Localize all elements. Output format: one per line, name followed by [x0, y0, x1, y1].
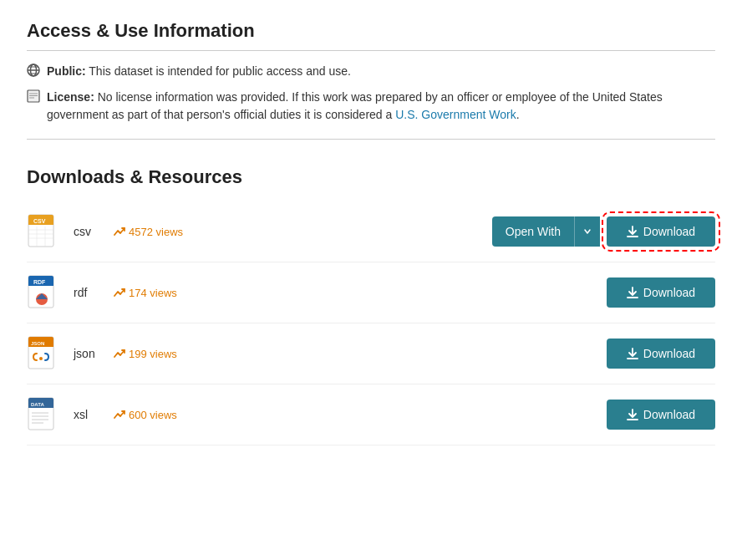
public-description: This dataset is intended for public acce… — [86, 64, 351, 78]
xsl-resource-actions: Download — [607, 400, 715, 430]
rdf-download-button[interactable]: Download — [607, 277, 715, 308]
svg-text:RDF: RDF — [33, 279, 46, 285]
json-type-label: json — [74, 347, 107, 360]
xsl-type-label: xsl — [74, 408, 107, 421]
xsl-download-button[interactable]: Download — [607, 400, 715, 430]
public-info-row: Public: This dataset is intended for pub… — [27, 63, 715, 82]
csv-resource-actions: Open With Download — [492, 216, 715, 247]
us-government-work-link[interactable]: U.S. Government Work — [395, 108, 516, 121]
trending-up-icon-rdf — [114, 287, 125, 298]
section-divider-middle — [27, 139, 715, 140]
csv-resource-info: csv 4572 views — [74, 225, 482, 238]
trending-up-icon-xsl — [114, 409, 125, 420]
xsl-download-label: Download — [643, 408, 695, 421]
xsl-views-badge: 600 views — [114, 409, 177, 421]
license-description: No license information was provided. If … — [47, 90, 663, 121]
rdf-type-label: rdf — [74, 286, 107, 299]
rdf-resource-actions: Download — [607, 277, 715, 308]
csv-download-button[interactable]: Download — [607, 216, 715, 247]
resource-row-json: JSON json 199 views Download — [27, 323, 715, 384]
svg-text:DATA: DATA — [31, 402, 44, 407]
resource-row-xsl: DATA xsl 600 views Download — [27, 384, 715, 445]
csv-download-label: Download — [643, 225, 695, 238]
json-file-icon: JSON — [27, 335, 64, 372]
json-views-badge: 199 views — [114, 348, 177, 360]
download-icon-xsl — [627, 409, 638, 420]
download-icon — [627, 226, 638, 237]
caret-down-icon — [583, 227, 592, 236]
license-icon — [27, 89, 40, 108]
globe-icon — [27, 64, 40, 82]
json-resource-info: json 199 views — [74, 347, 597, 360]
csv-file-icon: CSV — [27, 213, 64, 250]
license-text: License: No license information was prov… — [47, 89, 715, 124]
license-period: . — [516, 108, 520, 121]
rdf-file-icon: RDF — [27, 274, 64, 311]
open-with-caret-button[interactable] — [574, 216, 600, 247]
downloads-resources-title: Downloads & Resources — [27, 166, 715, 188]
resource-row-rdf: RDF rdf 174 views Download — [27, 262, 715, 323]
svg-text:JSON: JSON — [31, 341, 44, 346]
open-with-button[interactable]: Open With — [492, 216, 574, 247]
svg-text:CSV: CSV — [33, 218, 46, 224]
json-resource-actions: Download — [607, 339, 715, 369]
csv-views-count: 4572 views — [129, 226, 183, 238]
svg-point-30 — [39, 357, 43, 360]
trending-up-icon-json — [114, 348, 125, 359]
json-views-count: 199 views — [129, 348, 177, 360]
license-info-row: License: No license information was prov… — [27, 89, 715, 124]
csv-type-label: csv — [74, 225, 107, 238]
rdf-download-label: Download — [643, 286, 695, 299]
rdf-views-count: 174 views — [129, 287, 177, 299]
public-text: Public: This dataset is intended for pub… — [47, 63, 351, 80]
json-download-label: Download — [643, 347, 695, 360]
xsl-views-count: 600 views — [129, 409, 177, 421]
download-icon-rdf — [627, 287, 638, 298]
license-label: License: — [47, 90, 94, 104]
public-label: Public: — [47, 64, 86, 78]
rdf-resource-info: rdf 174 views — [74, 286, 597, 299]
json-download-button[interactable]: Download — [607, 339, 715, 369]
access-use-title: Access & Use Information — [27, 20, 715, 42]
section-divider-top — [27, 50, 715, 51]
trending-up-icon — [114, 226, 125, 237]
csv-views-badge: 4572 views — [114, 226, 183, 238]
rdf-views-badge: 174 views — [114, 287, 177, 299]
resource-row-csv: CSV csv 4572 views Open With — [27, 201, 715, 262]
download-icon-json — [627, 348, 638, 359]
xsl-resource-info: xsl 600 views — [74, 408, 597, 421]
xsl-file-icon: DATA — [27, 396, 64, 433]
